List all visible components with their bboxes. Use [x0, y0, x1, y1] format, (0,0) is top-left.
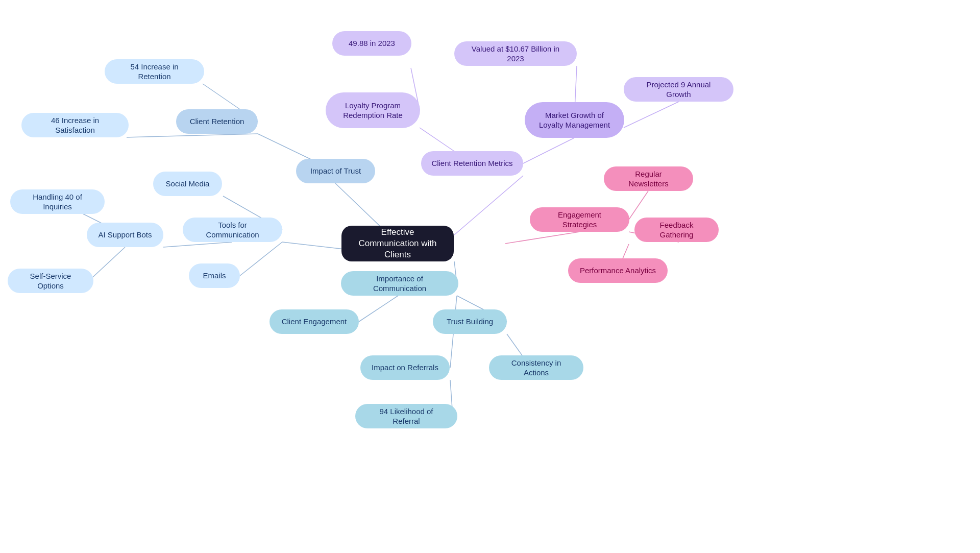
svg-line-19 — [523, 138, 574, 163]
projected-growth-node: Projected 9 Annual Growth — [624, 77, 733, 102]
self-service-node: Self-Service Options — [8, 269, 93, 293]
trust-building-node: Trust Building — [433, 309, 507, 334]
valued-billion-node: Valued at $10.67 Billion in 2023 — [454, 41, 577, 66]
svg-line-7 — [163, 242, 232, 247]
svg-line-3 — [127, 134, 258, 137]
regular-newsletters-node: Regular Newsletters — [604, 166, 693, 191]
ai-support-bots-node: AI Support Bots — [87, 223, 163, 247]
svg-line-22 — [505, 232, 579, 244]
likelihood-referral-node: 94 Likelihood of Referral — [355, 404, 457, 428]
importance-communication-node: Importance of Communication — [341, 271, 458, 296]
value-2023-node: 49.88 in 2023 — [332, 31, 411, 56]
impact-of-trust-node: Impact of Trust — [296, 159, 375, 183]
increase-retention-node: 54 Increase in Retention — [105, 59, 204, 84]
feedback-gathering-node: Feedback Gathering — [634, 218, 719, 242]
client-retention-node: Client Retention — [176, 109, 258, 134]
svg-line-16 — [454, 176, 523, 235]
market-growth-node: Market Growth of Loyalty Management — [525, 102, 624, 138]
svg-line-6 — [240, 242, 282, 276]
center-node: Effective Communication with Clients — [341, 226, 454, 261]
increase-satisfaction-node: 46 Increase in Satisfaction — [21, 113, 129, 137]
loyalty-redemption-node: Loyalty Program Redemption Rate — [326, 92, 420, 128]
consistency-actions-node: Consistency in Actions — [489, 355, 583, 380]
performance-analytics-node: Performance Analytics — [568, 258, 668, 283]
client-retention-metrics-node: Client Retention Metrics — [421, 151, 523, 176]
social-media-node: Social Media — [153, 172, 222, 196]
svg-line-23 — [629, 191, 648, 220]
svg-line-21 — [624, 102, 679, 128]
handling-inquiries-node: Handling 40 of Inquiries — [10, 189, 105, 214]
tools-communication-node: Tools for Communication — [183, 218, 282, 242]
emails-node: Emails — [189, 263, 240, 288]
client-engagement-node: Client Engagement — [270, 309, 359, 334]
impact-referrals-node: Impact on Referrals — [360, 355, 450, 380]
svg-line-9 — [89, 247, 125, 281]
engagement-strategies-node: Engagement Strategies — [530, 207, 629, 232]
svg-line-11 — [359, 296, 398, 322]
